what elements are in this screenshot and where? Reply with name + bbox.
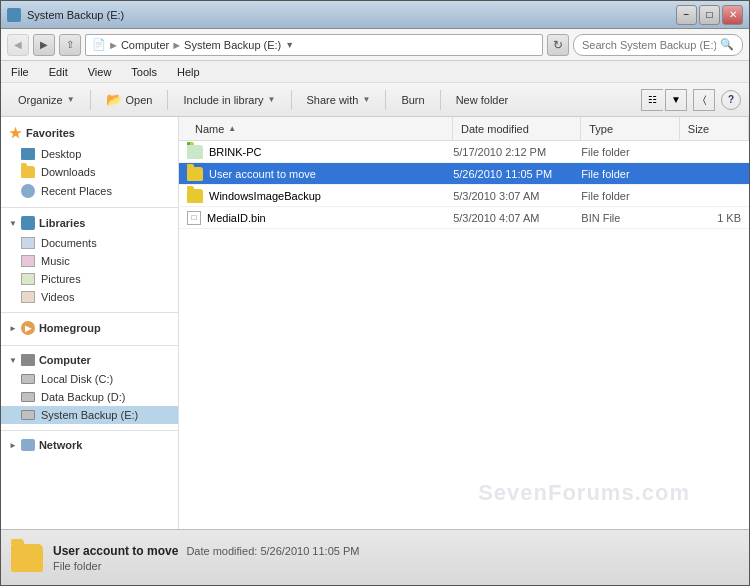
preview-pane-button[interactable]: 〈 bbox=[693, 89, 715, 111]
file-type: BIN File bbox=[581, 212, 680, 224]
maximize-button[interactable]: □ bbox=[699, 5, 720, 25]
main-content: ★ Favorites Desktop Downloads Recent Pla… bbox=[1, 117, 749, 529]
open-button[interactable]: 📂 Open bbox=[97, 87, 162, 113]
table-row[interactable]: User account to move 5/26/2010 11:05 PM … bbox=[179, 163, 749, 185]
network-icon bbox=[21, 439, 35, 451]
close-button[interactable]: ✕ bbox=[722, 5, 743, 25]
file-list: Name ▲ Date modified Type Size BRINK-PC bbox=[179, 117, 749, 529]
title-bar: System Backup (E:) − □ ✕ bbox=[1, 1, 749, 29]
up-button[interactable]: ⇧ bbox=[59, 34, 81, 56]
library-caret: ▼ bbox=[268, 95, 276, 104]
sidebar-item-downloads[interactable]: Downloads bbox=[1, 163, 178, 181]
homegroup-icon: ▶ bbox=[21, 321, 35, 335]
menu-file[interactable]: File bbox=[7, 64, 33, 80]
toolbar-right: ☷ ▼ 〈 ? bbox=[641, 89, 741, 111]
sidebar-item-local-disk[interactable]: Local Disk (C:) bbox=[1, 370, 178, 388]
minimize-button[interactable]: − bbox=[676, 5, 697, 25]
table-row[interactable]: WindowsImageBackup 5/3/2010 3:07 AM File… bbox=[179, 185, 749, 207]
burn-button[interactable]: Burn bbox=[392, 87, 433, 113]
organize-caret: ▼ bbox=[67, 95, 75, 104]
sidebar-item-pictures[interactable]: Pictures bbox=[1, 270, 178, 288]
file-date: 5/26/2010 11:05 PM bbox=[453, 168, 581, 180]
address-path[interactable]: 📄 ► Computer ► System Backup (E:) ▼ bbox=[85, 34, 543, 56]
videos-icon bbox=[21, 291, 35, 303]
sidebar-item-desktop[interactable]: Desktop bbox=[1, 145, 178, 163]
recent-places-icon bbox=[21, 184, 35, 198]
view-caret-button[interactable]: ▼ bbox=[665, 89, 687, 111]
back-button[interactable]: ◀ bbox=[7, 34, 29, 56]
share-caret: ▼ bbox=[362, 95, 370, 104]
sidebar-section-homegroup: ► ▶ Homegroup bbox=[1, 317, 178, 339]
status-date-label: Date modified: 5/26/2010 11:05 PM bbox=[186, 545, 359, 557]
file-name-cell: WindowsImageBackup bbox=[187, 189, 453, 203]
sidebar-item-documents[interactable]: Documents bbox=[1, 234, 178, 252]
sidebar-libraries-header[interactable]: ▼ Libraries bbox=[1, 212, 178, 234]
sidebar-divider-3 bbox=[1, 345, 178, 346]
toolbar-separator-1 bbox=[90, 90, 91, 110]
table-row[interactable]: BRINK-PC 5/17/2010 2:12 PM File folder bbox=[179, 141, 749, 163]
search-input[interactable] bbox=[582, 39, 716, 51]
sidebar-divider-2 bbox=[1, 312, 178, 313]
system-backup-icon bbox=[21, 410, 35, 420]
new-folder-button[interactable]: New folder bbox=[447, 87, 518, 113]
table-row[interactable]: □ MediaID.bin 5/3/2010 4:07 AM BIN File … bbox=[179, 207, 749, 229]
title-bar-buttons: − □ ✕ bbox=[676, 5, 743, 25]
path-drive: System Backup (E:) bbox=[184, 39, 281, 51]
sidebar-favorites-header[interactable]: ★ Favorites bbox=[1, 121, 178, 145]
libraries-icon bbox=[21, 216, 35, 230]
pictures-icon bbox=[21, 273, 35, 285]
status-bar: User account to move Date modified: 5/26… bbox=[1, 529, 749, 585]
menu-edit[interactable]: Edit bbox=[45, 64, 72, 80]
sidebar-section-favorites: ★ Favorites Desktop Downloads Recent Pla… bbox=[1, 121, 178, 201]
status-info: User account to move Date modified: 5/26… bbox=[53, 544, 359, 572]
toolbar: Organize ▼ 📂 Open Include in library ▼ S… bbox=[1, 83, 749, 117]
file-type: File folder bbox=[581, 190, 680, 202]
sidebar-computer-header[interactable]: ▼ Computer bbox=[1, 350, 178, 370]
music-icon bbox=[21, 255, 35, 267]
sidebar-divider-4 bbox=[1, 430, 178, 431]
organize-button[interactable]: Organize ▼ bbox=[9, 87, 84, 113]
refresh-button[interactable]: ↻ bbox=[547, 34, 569, 56]
col-header-date[interactable]: Date modified bbox=[453, 117, 581, 140]
toolbar-separator-3 bbox=[291, 90, 292, 110]
sidebar-item-system-backup[interactable]: System Backup (E:) bbox=[1, 406, 178, 424]
share-with-button[interactable]: Share with ▼ bbox=[298, 87, 380, 113]
window: System Backup (E:) − □ ✕ ◀ ▶ ⇧ 📄 ► Compu… bbox=[0, 0, 750, 586]
path-computer: Computer bbox=[121, 39, 169, 51]
status-folder-icon bbox=[11, 544, 43, 572]
documents-icon bbox=[21, 237, 35, 249]
bin-file-icon: □ bbox=[187, 211, 201, 225]
status-type: File folder bbox=[53, 560, 359, 572]
sidebar-item-data-backup[interactable]: Data Backup (D:) bbox=[1, 388, 178, 406]
sidebar-item-music[interactable]: Music bbox=[1, 252, 178, 270]
menu-bar: File Edit View Tools Help bbox=[1, 61, 749, 83]
sidebar-section-libraries: ▼ Libraries Documents Music Pictures bbox=[1, 212, 178, 306]
menu-view[interactable]: View bbox=[84, 64, 116, 80]
include-in-library-button[interactable]: Include in library ▼ bbox=[174, 87, 284, 113]
sidebar-item-recent-places[interactable]: Recent Places bbox=[1, 181, 178, 201]
path-root: 📄 bbox=[92, 38, 106, 51]
sidebar-divider-1 bbox=[1, 207, 178, 208]
brink-folder-icon bbox=[187, 145, 203, 159]
col-header-type[interactable]: Type bbox=[581, 117, 680, 140]
sidebar-item-videos[interactable]: Videos bbox=[1, 288, 178, 306]
status-item-name: User account to move bbox=[53, 544, 178, 558]
forward-button[interactable]: ▶ bbox=[33, 34, 55, 56]
sidebar-network-header[interactable]: ► Network bbox=[1, 435, 178, 455]
computer-icon bbox=[21, 354, 35, 366]
col-header-size[interactable]: Size bbox=[680, 117, 749, 140]
sidebar-homegroup-header[interactable]: ► ▶ Homegroup bbox=[1, 317, 178, 339]
name-sort-arrow: ▲ bbox=[228, 124, 236, 133]
file-name-cell: User account to move bbox=[187, 167, 453, 181]
data-backup-icon bbox=[21, 392, 35, 402]
toolbar-separator-5 bbox=[440, 90, 441, 110]
file-type: File folder bbox=[581, 146, 680, 158]
menu-tools[interactable]: Tools bbox=[127, 64, 161, 80]
col-header-name[interactable]: Name ▲ bbox=[187, 117, 453, 140]
file-list-header: Name ▲ Date modified Type Size bbox=[179, 117, 749, 141]
downloads-folder-icon bbox=[21, 166, 35, 178]
view-details-button[interactable]: ☷ bbox=[641, 89, 663, 111]
menu-help[interactable]: Help bbox=[173, 64, 204, 80]
help-button[interactable]: ? bbox=[721, 90, 741, 110]
desktop-icon bbox=[21, 148, 35, 160]
